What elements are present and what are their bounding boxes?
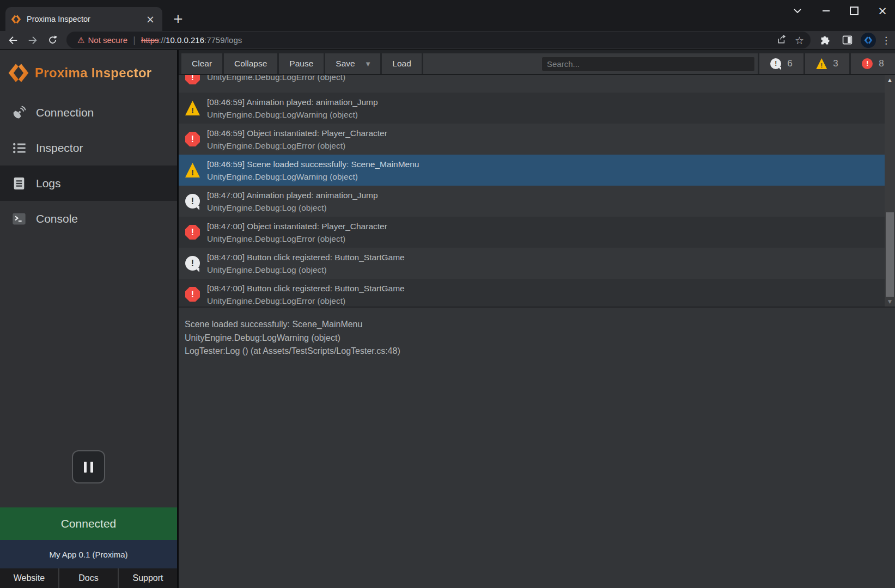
log-row[interactable]: ! [08:46:59] Object instantiated: Player… (179, 124, 895, 155)
url-host: 10.0.0.216 (166, 35, 204, 45)
log-stack: UnityEngine.Debug:LogError (object) (207, 139, 387, 152)
error-count: 8 (879, 58, 884, 69)
sidebar-footer: Website Docs Support (0, 568, 177, 588)
log-row[interactable]: ! [08:47:00] Animation played: animation… (179, 186, 895, 217)
minimize-button[interactable] (818, 3, 834, 19)
clear-button[interactable]: Clear (181, 53, 222, 74)
satellite-icon (10, 105, 28, 120)
search-input[interactable] (541, 57, 755, 71)
scroll-down-icon[interactable]: ▼ (885, 297, 895, 307)
log-message: [08:46:59] Object instantiated: Player_C… (207, 127, 387, 139)
toolbar-search-area (423, 53, 758, 74)
reload-icon[interactable] (44, 32, 61, 48)
save-button[interactable]: Save ▼ (325, 53, 380, 74)
log-stack: UnityEngine.Debug:Log (object) (207, 264, 405, 276)
detail-message: Scene loaded successfully: Scene_MainMen… (185, 318, 889, 332)
log-stack: UnityEngine.Debug:LogError (object) (207, 295, 405, 307)
sidebar-item-label: Connection (36, 106, 94, 119)
tab-search-chevron-icon[interactable] (789, 3, 806, 19)
pause-button[interactable]: Pause (279, 53, 324, 74)
connection-status-badge: Connected (0, 507, 177, 540)
warning-icon: ! (185, 101, 200, 115)
list-icon (10, 140, 28, 156)
log-row[interactable]: ! [08:47:00] Object instantiated: Player… (179, 217, 895, 248)
url-separator: | (133, 35, 136, 45)
error-icon: ! (185, 225, 200, 240)
sidebar-item-console[interactable]: Console (0, 201, 177, 236)
pause-stream-button[interactable] (72, 450, 105, 483)
log-message: [08:47:00] Object instantiated: Player_C… (207, 220, 387, 232)
scroll-up-icon[interactable]: ▲ (885, 75, 895, 85)
log-message: [08:46:59] Animation played: animation_J… (207, 96, 378, 108)
log-stack: UnityEngine.Debug:LogError (object) (207, 232, 387, 245)
error-icon: ! (185, 132, 200, 146)
website-link[interactable]: Website (0, 568, 58, 588)
logs-panel: Clear Collapse Pause Save ▼ Load ! 6 ! 3 (179, 50, 895, 588)
log-row[interactable]: ! [08:47:00] Button click registered: Bu… (179, 248, 895, 279)
url-path: :7759/logs (204, 35, 242, 45)
tab-strip: Proxima Inspector × + × (0, 0, 895, 31)
url-scheme-separator: :// (159, 35, 166, 45)
load-button[interactable]: Load (382, 53, 421, 74)
forward-icon[interactable] (24, 32, 41, 48)
support-link[interactable]: Support (118, 568, 177, 588)
address-bar: ⚠ Not secure | https://10.0.0.216:7759/l… (0, 31, 895, 50)
window-controls: × (789, 2, 891, 20)
logs-toolbar: Clear Collapse Pause Save ▼ Load ! 6 ! 3 (179, 50, 895, 75)
log-row[interactable]: ! [08:46:59] Animation played: animation… (179, 93, 895, 124)
scrollbar-thumb[interactable] (886, 212, 894, 297)
sidebar-item-label: Console (36, 212, 78, 225)
browser-menu-icon[interactable]: ⋮ (881, 35, 891, 46)
detail-stack-2: LogTester:Log () (at Assets/TestScripts/… (185, 345, 889, 358)
sidebar-item-logs[interactable]: Logs (0, 166, 177, 201)
app-logo: Proxima Inspector (0, 50, 177, 95)
warning-icon: ! (185, 163, 200, 177)
pause-icon (84, 462, 87, 473)
info-icon: ! (770, 58, 781, 69)
terminal-icon (10, 211, 28, 226)
log-row[interactable]: ! UnityEngine.Debug:LogError (object) (179, 75, 895, 93)
extensions-puzzle-icon[interactable] (817, 32, 833, 48)
share-icon[interactable] (777, 34, 787, 46)
info-count-filter[interactable]: ! 6 (758, 53, 803, 74)
sidebar-item-connection[interactable]: Connection (0, 95, 177, 130)
save-dropdown-caret-icon[interactable]: ▼ (366, 61, 370, 67)
log-row-selected[interactable]: ! [08:46:59] Scene loaded successfully: … (179, 155, 895, 186)
proxima-logo-icon (8, 62, 29, 84)
log-detail-panel: Scene loaded successfully: Scene_MainMen… (179, 307, 895, 588)
security-label[interactable]: Not secure (88, 35, 127, 45)
sidebar-item-inspector[interactable]: Inspector (0, 130, 177, 166)
warning-count-filter[interactable]: ! 3 (803, 53, 849, 74)
url-field[interactable]: ⚠ Not secure | https://10.0.0.216:7759/l… (66, 32, 811, 48)
error-count-filter[interactable]: ! 8 (849, 53, 895, 74)
tab-close-icon[interactable]: × (144, 13, 157, 26)
log-stack: UnityEngine.Debug:LogError (object) (207, 75, 345, 83)
side-panel-icon[interactable] (839, 32, 855, 48)
error-icon: ! (862, 58, 873, 69)
error-icon: ! (185, 75, 200, 84)
log-stack: UnityEngine.Debug:Log (object) (207, 201, 378, 214)
log-scrollbar[interactable]: ▲ ▼ (885, 75, 895, 307)
collapse-button[interactable]: Collapse (224, 53, 277, 74)
sidebar-item-label: Logs (36, 177, 61, 190)
docs-link[interactable]: Docs (58, 568, 118, 588)
log-row[interactable]: ! [08:47:00] Button click registered: Bu… (179, 279, 895, 307)
tab-title: Proxima Inspector (27, 15, 144, 23)
log-stack: UnityEngine.Debug:LogWarning (object) (207, 170, 419, 183)
close-window-button[interactable]: × (874, 3, 891, 19)
browser-actions: ⋮ (817, 32, 891, 48)
detail-stack-1: UnityEngine.Debug:LogWarning (object) (185, 332, 889, 345)
maximize-button[interactable] (846, 3, 862, 19)
url-scheme: https (141, 35, 159, 45)
proxima-favicon (11, 14, 21, 24)
browser-tab[interactable]: Proxima Inspector × (5, 7, 162, 31)
sidebar: Proxima Inspector Connection Inspector L… (0, 50, 177, 588)
back-icon[interactable] (4, 32, 22, 48)
profile-avatar[interactable] (861, 33, 876, 48)
bookmark-star-icon[interactable]: ☆ (795, 34, 804, 46)
document-icon (10, 176, 28, 191)
info-icon: ! (185, 194, 200, 209)
error-icon: ! (185, 287, 200, 302)
log-message: [08:47:00] Animation played: animation_J… (207, 189, 378, 201)
new-tab-button[interactable]: + (171, 11, 186, 26)
